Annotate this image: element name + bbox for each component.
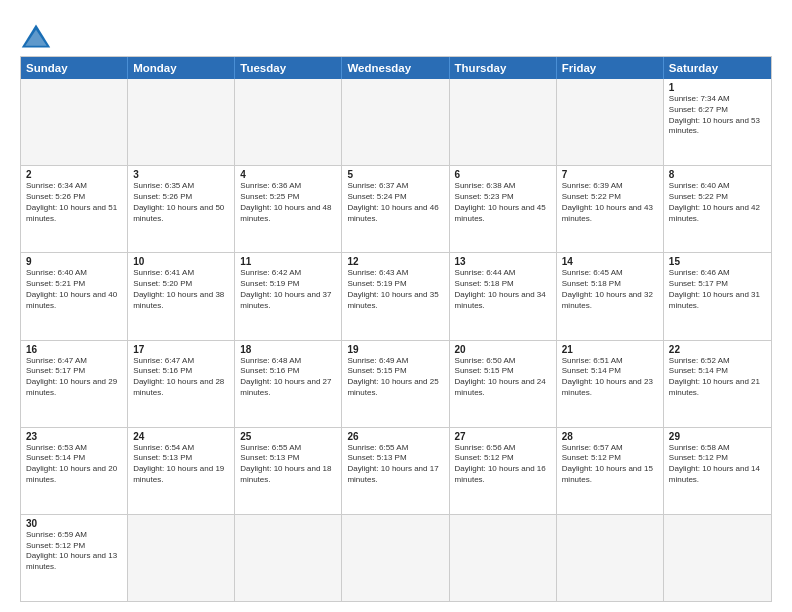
calendar-cell: 19Sunrise: 6:49 AM Sunset: 5:15 PM Dayli… (342, 341, 449, 427)
day-number: 5 (347, 169, 443, 180)
calendar-header-cell: Monday (128, 57, 235, 79)
cell-info: Sunrise: 6:36 AM Sunset: 5:25 PM Dayligh… (240, 181, 336, 224)
cell-info: Sunrise: 6:40 AM Sunset: 5:22 PM Dayligh… (669, 181, 766, 224)
day-number: 4 (240, 169, 336, 180)
day-number: 30 (26, 518, 122, 529)
calendar-cell: 29Sunrise: 6:58 AM Sunset: 5:12 PM Dayli… (664, 428, 771, 514)
cell-info: Sunrise: 6:58 AM Sunset: 5:12 PM Dayligh… (669, 443, 766, 486)
cell-info: Sunrise: 6:48 AM Sunset: 5:16 PM Dayligh… (240, 356, 336, 399)
calendar-cell (128, 515, 235, 601)
day-number: 20 (455, 344, 551, 355)
calendar-cell (450, 79, 557, 165)
calendar-cell: 5Sunrise: 6:37 AM Sunset: 5:24 PM Daylig… (342, 166, 449, 252)
calendar-body: 1Sunrise: 7:34 AM Sunset: 6:27 PM Daylig… (21, 79, 771, 601)
calendar-cell: 10Sunrise: 6:41 AM Sunset: 5:20 PM Dayli… (128, 253, 235, 339)
calendar-header-cell: Tuesday (235, 57, 342, 79)
calendar-row: 2Sunrise: 6:34 AM Sunset: 5:26 PM Daylig… (21, 165, 771, 252)
calendar-cell: 18Sunrise: 6:48 AM Sunset: 5:16 PM Dayli… (235, 341, 342, 427)
cell-info: Sunrise: 6:53 AM Sunset: 5:14 PM Dayligh… (26, 443, 122, 486)
calendar-cell (128, 79, 235, 165)
day-number: 18 (240, 344, 336, 355)
day-number: 21 (562, 344, 658, 355)
calendar-cell (450, 515, 557, 601)
calendar-cell: 8Sunrise: 6:40 AM Sunset: 5:22 PM Daylig… (664, 166, 771, 252)
calendar-cell (557, 515, 664, 601)
calendar-cell: 3Sunrise: 6:35 AM Sunset: 5:26 PM Daylig… (128, 166, 235, 252)
calendar-cell: 16Sunrise: 6:47 AM Sunset: 5:17 PM Dayli… (21, 341, 128, 427)
day-number: 7 (562, 169, 658, 180)
calendar-header-cell: Thursday (450, 57, 557, 79)
calendar-cell (342, 515, 449, 601)
day-number: 28 (562, 431, 658, 442)
cell-info: Sunrise: 6:57 AM Sunset: 5:12 PM Dayligh… (562, 443, 658, 486)
cell-info: Sunrise: 6:56 AM Sunset: 5:12 PM Dayligh… (455, 443, 551, 486)
calendar-cell: 14Sunrise: 6:45 AM Sunset: 5:18 PM Dayli… (557, 253, 664, 339)
day-number: 2 (26, 169, 122, 180)
calendar-cell (235, 79, 342, 165)
day-number: 12 (347, 256, 443, 267)
day-number: 22 (669, 344, 766, 355)
day-number: 26 (347, 431, 443, 442)
day-number: 25 (240, 431, 336, 442)
calendar-row: 9Sunrise: 6:40 AM Sunset: 5:21 PM Daylig… (21, 252, 771, 339)
calendar-row: 1Sunrise: 7:34 AM Sunset: 6:27 PM Daylig… (21, 79, 771, 165)
calendar-cell (235, 515, 342, 601)
cell-info: Sunrise: 6:46 AM Sunset: 5:17 PM Dayligh… (669, 268, 766, 311)
cell-info: Sunrise: 6:39 AM Sunset: 5:22 PM Dayligh… (562, 181, 658, 224)
calendar-cell: 25Sunrise: 6:55 AM Sunset: 5:13 PM Dayli… (235, 428, 342, 514)
cell-info: Sunrise: 6:49 AM Sunset: 5:15 PM Dayligh… (347, 356, 443, 399)
day-number: 19 (347, 344, 443, 355)
calendar-cell: 22Sunrise: 6:52 AM Sunset: 5:14 PM Dayli… (664, 341, 771, 427)
cell-info: Sunrise: 6:34 AM Sunset: 5:26 PM Dayligh… (26, 181, 122, 224)
day-number: 13 (455, 256, 551, 267)
calendar: SundayMondayTuesdayWednesdayThursdayFrid… (20, 56, 772, 602)
cell-info: Sunrise: 6:50 AM Sunset: 5:15 PM Dayligh… (455, 356, 551, 399)
calendar-header-cell: Sunday (21, 57, 128, 79)
calendar-cell: 6Sunrise: 6:38 AM Sunset: 5:23 PM Daylig… (450, 166, 557, 252)
calendar-header-cell: Saturday (664, 57, 771, 79)
calendar-cell: 23Sunrise: 6:53 AM Sunset: 5:14 PM Dayli… (21, 428, 128, 514)
cell-info: Sunrise: 6:55 AM Sunset: 5:13 PM Dayligh… (240, 443, 336, 486)
day-number: 3 (133, 169, 229, 180)
calendar-cell: 28Sunrise: 6:57 AM Sunset: 5:12 PM Dayli… (557, 428, 664, 514)
calendar-header-cell: Wednesday (342, 57, 449, 79)
calendar-cell: 27Sunrise: 6:56 AM Sunset: 5:12 PM Dayli… (450, 428, 557, 514)
calendar-cell: 12Sunrise: 6:43 AM Sunset: 5:19 PM Dayli… (342, 253, 449, 339)
calendar-cell: 17Sunrise: 6:47 AM Sunset: 5:16 PM Dayli… (128, 341, 235, 427)
cell-info: Sunrise: 6:55 AM Sunset: 5:13 PM Dayligh… (347, 443, 443, 486)
calendar-row: 23Sunrise: 6:53 AM Sunset: 5:14 PM Dayli… (21, 427, 771, 514)
calendar-cell (21, 79, 128, 165)
day-number: 16 (26, 344, 122, 355)
logo (20, 22, 56, 50)
day-number: 14 (562, 256, 658, 267)
cell-info: Sunrise: 6:52 AM Sunset: 5:14 PM Dayligh… (669, 356, 766, 399)
cell-info: Sunrise: 6:41 AM Sunset: 5:20 PM Dayligh… (133, 268, 229, 311)
cell-info: Sunrise: 6:47 AM Sunset: 5:17 PM Dayligh… (26, 356, 122, 399)
header (20, 18, 772, 50)
logo-icon (20, 22, 52, 50)
day-number: 17 (133, 344, 229, 355)
cell-info: Sunrise: 6:42 AM Sunset: 5:19 PM Dayligh… (240, 268, 336, 311)
cell-info: Sunrise: 6:51 AM Sunset: 5:14 PM Dayligh… (562, 356, 658, 399)
day-number: 1 (669, 82, 766, 93)
calendar-row: 30Sunrise: 6:59 AM Sunset: 5:12 PM Dayli… (21, 514, 771, 601)
cell-info: Sunrise: 6:40 AM Sunset: 5:21 PM Dayligh… (26, 268, 122, 311)
cell-info: Sunrise: 6:47 AM Sunset: 5:16 PM Dayligh… (133, 356, 229, 399)
day-number: 27 (455, 431, 551, 442)
calendar-cell: 20Sunrise: 6:50 AM Sunset: 5:15 PM Dayli… (450, 341, 557, 427)
day-number: 24 (133, 431, 229, 442)
calendar-cell: 30Sunrise: 6:59 AM Sunset: 5:12 PM Dayli… (21, 515, 128, 601)
cell-info: Sunrise: 6:59 AM Sunset: 5:12 PM Dayligh… (26, 530, 122, 573)
day-number: 10 (133, 256, 229, 267)
cell-info: Sunrise: 6:54 AM Sunset: 5:13 PM Dayligh… (133, 443, 229, 486)
calendar-cell: 24Sunrise: 6:54 AM Sunset: 5:13 PM Dayli… (128, 428, 235, 514)
cell-info: Sunrise: 6:35 AM Sunset: 5:26 PM Dayligh… (133, 181, 229, 224)
calendar-header-row: SundayMondayTuesdayWednesdayThursdayFrid… (21, 57, 771, 79)
calendar-cell: 13Sunrise: 6:44 AM Sunset: 5:18 PM Dayli… (450, 253, 557, 339)
calendar-cell: 15Sunrise: 6:46 AM Sunset: 5:17 PM Dayli… (664, 253, 771, 339)
day-number: 23 (26, 431, 122, 442)
calendar-header-cell: Friday (557, 57, 664, 79)
cell-info: Sunrise: 6:37 AM Sunset: 5:24 PM Dayligh… (347, 181, 443, 224)
cell-info: Sunrise: 6:43 AM Sunset: 5:19 PM Dayligh… (347, 268, 443, 311)
page: SundayMondayTuesdayWednesdayThursdayFrid… (0, 0, 792, 612)
